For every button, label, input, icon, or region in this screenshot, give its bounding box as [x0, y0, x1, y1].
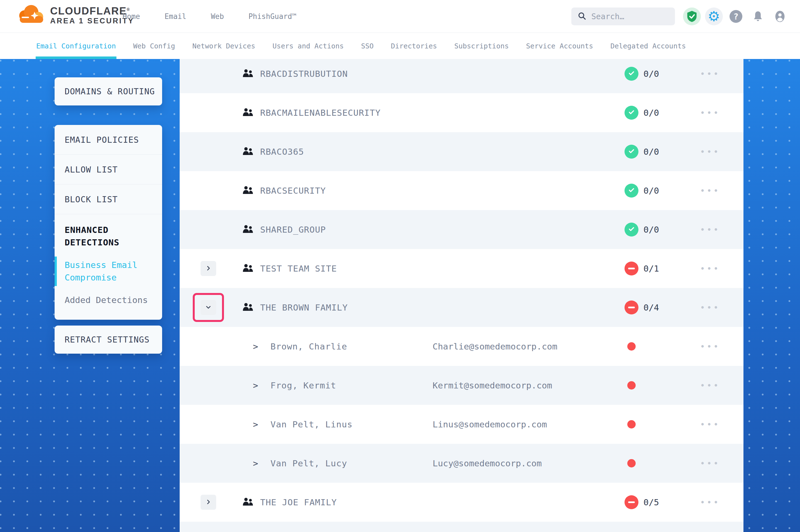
member-count: 0/4 — [643, 302, 659, 312]
tab-users-and-actions[interactable]: Users and Actions — [272, 33, 344, 59]
tab-sso[interactable]: SSO — [361, 33, 374, 59]
member-count: 0/1 — [643, 264, 659, 273]
header-icon-cluster: ⚙ ? — [683, 7, 789, 25]
sidebar-item-allow-list[interactable]: ALLOW LIST — [55, 155, 162, 185]
top-header: CLOUDFLARE® AREA 1 SECURITY Home Email W… — [0, 0, 800, 33]
member-email: Charlie@somedemocorp.com — [433, 341, 557, 352]
table-row-group: THE BROWN FAMILY0/4••• — [180, 288, 743, 327]
row-menu-ellipsis-icon[interactable]: ••• — [700, 69, 720, 79]
avatar-icon[interactable] — [771, 7, 789, 25]
check-icon — [628, 148, 635, 156]
sidebar-item-domains-routing[interactable]: DOMAINS & ROUTING — [55, 77, 162, 106]
row-menu-ellipsis-icon[interactable]: ••• — [700, 303, 720, 312]
minus-icon — [628, 307, 635, 308]
main-area: DOMAINS & ROUTING EMAIL POLICIES ALLOW L… — [0, 59, 800, 532]
row-menu-ellipsis-icon[interactable]: ••• — [700, 225, 720, 234]
search-icon — [578, 12, 586, 21]
chevron-down-icon — [205, 304, 212, 311]
top-nav: Home Email Web PhishGuard™ — [123, 0, 296, 33]
row-menu-ellipsis-icon[interactable]: ••• — [700, 420, 720, 429]
row-menu-ellipsis-icon[interactable]: ••• — [700, 497, 720, 507]
status-dot — [627, 459, 636, 468]
member-count: 0/0 — [643, 225, 659, 234]
member-name: Van Pelt, Linus — [271, 419, 353, 429]
group-icon — [242, 186, 254, 195]
nav-item-web[interactable]: Web — [211, 12, 224, 21]
shield-check-icon[interactable] — [683, 7, 701, 25]
row-menu-ellipsis-icon[interactable]: ••• — [700, 342, 720, 352]
table-row-member: >Brown, CharlieCharlie@somedemocorp.com•… — [180, 327, 743, 366]
minus-icon — [628, 268, 635, 269]
nav-item-email[interactable]: Email — [165, 12, 186, 21]
tab-delegated-accounts[interactable]: Delegated Accounts — [610, 33, 686, 59]
status-dot — [627, 420, 636, 429]
gear-icon[interactable]: ⚙ — [705, 7, 723, 25]
enhanced-detections-section: ENHANCED DETECTIONS Business Email Compr… — [55, 214, 162, 320]
group-name: RBACSECURITY — [260, 186, 326, 196]
member-count: 0/0 — [643, 108, 659, 118]
status-badge-blocked — [624, 262, 638, 276]
cloudflare-logo[interactable]: CLOUDFLARE® AREA 1 SECURITY — [16, 4, 134, 25]
config-tabs: Email Configuration Web Config Network D… — [0, 33, 800, 59]
nav-item-phishguard[interactable]: PhishGuard™ — [249, 12, 296, 21]
help-icon[interactable]: ? — [727, 7, 745, 25]
tab-email-configuration[interactable]: Email Configuration — [36, 33, 116, 59]
tab-web-config[interactable]: Web Config — [133, 33, 175, 59]
status-badge-ok — [624, 106, 638, 120]
search-input[interactable] — [592, 12, 658, 21]
status-dot — [627, 342, 636, 350]
chevron-right-icon[interactable]: > — [253, 458, 258, 468]
check-icon — [628, 109, 635, 117]
expand-group-button[interactable] — [201, 261, 216, 276]
sidebar-item-block-list[interactable]: BLOCK LIST — [55, 185, 162, 214]
check-icon — [628, 186, 635, 195]
row-menu-ellipsis-icon[interactable]: ••• — [700, 147, 720, 157]
group-table: RBACDISTRUBUTION0/0•••RBACMAILENABLESECU… — [180, 59, 743, 532]
bell-icon[interactable] — [749, 7, 767, 25]
table-row-group: RBACMAILENABLESECURITY0/0••• — [180, 93, 743, 132]
expand-group-button[interactable] — [201, 495, 216, 510]
member-count: 0/0 — [643, 69, 659, 79]
row-menu-ellipsis-icon[interactable]: ••• — [700, 381, 720, 391]
chevron-right-icon — [205, 499, 212, 506]
sidebar-item-retract-settings[interactable]: RETRACT SETTINGS — [55, 325, 162, 354]
row-menu-ellipsis-icon[interactable]: ••• — [700, 264, 720, 273]
member-email: Linus@somedemocorp.com — [433, 419, 547, 429]
table-row-member: >Van Pelt, LinusLinus@somedemocorp.com••… — [180, 405, 743, 444]
row-menu-ellipsis-icon[interactable]: ••• — [700, 108, 720, 118]
group-name: SHARED_GROUP — [260, 225, 326, 234]
row-menu-ellipsis-icon[interactable]: ••• — [700, 186, 720, 196]
group-icon — [242, 108, 254, 117]
chevron-right-icon[interactable]: > — [253, 380, 258, 391]
brand-name: CLOUDFLARE® — [50, 4, 134, 17]
member-count: 0/5 — [643, 497, 659, 507]
sidebar-item-business-email-compromise[interactable]: Business Email Compromise — [65, 259, 154, 284]
group-icon — [242, 225, 254, 234]
status-dot — [627, 381, 636, 390]
sidebar-item-email-policies[interactable]: EMAIL POLICIES — [55, 125, 162, 155]
chevron-right-icon — [205, 265, 212, 272]
collapse-group-button[interactable] — [201, 300, 216, 315]
chevron-right-icon[interactable]: > — [253, 341, 258, 352]
table-row-group: TEST TEAM SITE0/1••• — [180, 249, 743, 288]
sidebar-policies-card: EMAIL POLICIES ALLOW LIST BLOCK LIST ENH… — [55, 125, 162, 320]
table-row-partial — [180, 522, 743, 532]
minus-icon — [628, 501, 635, 503]
group-icon — [242, 302, 254, 312]
status-badge-blocked — [624, 495, 638, 509]
chevron-right-icon[interactable]: > — [253, 419, 258, 429]
tab-subscriptions[interactable]: Subscriptions — [454, 33, 509, 59]
table-row-group: RBACSECURITY0/0••• — [180, 171, 743, 210]
table-row-group: THE JOE FAMILY0/5••• — [180, 483, 743, 522]
table-row-group: RBACO3650/0••• — [180, 132, 743, 171]
group-icon — [242, 264, 254, 273]
tab-directories[interactable]: Directories — [391, 33, 437, 59]
sidebar-item-added-detections[interactable]: Added Detections — [65, 294, 154, 306]
tab-network-devices[interactable]: Network Devices — [193, 33, 255, 59]
tab-service-accounts[interactable]: Service Accounts — [526, 33, 593, 59]
nav-item-home[interactable]: Home — [123, 12, 140, 21]
search-box[interactable] — [571, 7, 675, 25]
member-name: Frog, Kermit — [271, 380, 336, 391]
row-menu-ellipsis-icon[interactable]: ••• — [700, 458, 720, 468]
group-name: RBACMAILENABLESECURITY — [260, 108, 381, 118]
